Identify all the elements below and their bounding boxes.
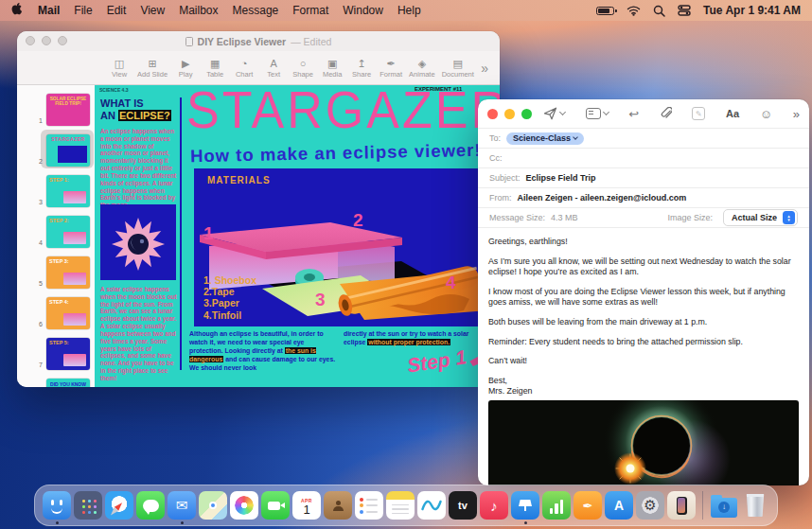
apple-menu[interactable]: [11, 3, 24, 19]
zoom-button[interactable]: [58, 36, 67, 45]
dock-pages-icon[interactable]: ✒: [574, 491, 602, 520]
slide-thumbnail-3[interactable]: 3 STEP 1:: [29, 170, 95, 211]
minimize-button[interactable]: [504, 109, 515, 119]
menu-status-area: Tue Apr 1 9:41 AM: [596, 4, 801, 17]
control-center-icon[interactable]: [678, 5, 691, 16]
dock-trash-icon[interactable]: [741, 491, 769, 520]
header-fields-button[interactable]: [586, 108, 609, 119]
dock-divider: [702, 491, 703, 520]
send-button[interactable]: [543, 107, 565, 120]
media-icon: ▣: [327, 58, 337, 69]
undo-button[interactable]: ↩: [628, 107, 639, 121]
warning-text-column-1: Although an eclipse is beautiful, in ord…: [189, 330, 337, 373]
wifi-icon[interactable]: [627, 5, 641, 16]
warning-text-column-2: directly at the sun or try to watch a so…: [344, 330, 487, 347]
share-button[interactable]: ↥Share: [350, 58, 373, 79]
fonts-button[interactable]: Aa: [726, 108, 739, 119]
dock-launchpad-icon[interactable]: [74, 491, 102, 520]
dock-music-icon[interactable]: ♪: [480, 491, 508, 520]
dock-mail-icon[interactable]: ✉: [168, 491, 196, 520]
spotlight-search-icon[interactable]: [653, 5, 665, 17]
emoji-button[interactable]: ☺: [760, 107, 772, 121]
view-button[interactable]: ◫View: [108, 58, 131, 79]
dock-finder-icon[interactable]: [43, 491, 71, 520]
slide-subtitle: How to make an eclipse viewer!: [190, 140, 482, 167]
menu-file[interactable]: File: [74, 4, 92, 17]
recipient-chevron-icon: [573, 134, 578, 140]
slide-thumbnail-5[interactable]: 5 STEP 3:: [29, 252, 95, 292]
eclipse-photo-attachment[interactable]: [488, 400, 799, 485]
dock-messages-icon[interactable]: [136, 491, 165, 520]
menu-message[interactable]: Message: [233, 4, 279, 17]
menu-mailbox[interactable]: Mailbox: [179, 4, 218, 17]
slide-divider: [180, 97, 182, 370]
menu-clock[interactable]: Tue Apr 1 9:41 AM: [703, 4, 801, 17]
dock-numbers-icon[interactable]: [542, 491, 571, 520]
add-slide-button[interactable]: ⊞Add Slide: [137, 58, 168, 79]
document-button[interactable]: ▤Document: [442, 58, 474, 79]
minimize-button[interactable]: [42, 36, 51, 45]
slide-thumbnail-2-selected[interactable]: 2 STARGAZER: [29, 130, 95, 170]
markup-button[interactable]: ✎: [692, 107, 705, 120]
slide-canvas[interactable]: SCIENCE 4.3 EXPERIMENT #11 WHAT IS AN EC…: [95, 85, 500, 387]
table-button[interactable]: ▦Table: [203, 58, 226, 79]
dock-freeform-icon[interactable]: [417, 491, 446, 520]
dock-safari-icon[interactable]: [105, 491, 133, 520]
mail-header-fields: To: Science-Class Cc: Subject: Eclipse F…: [478, 128, 809, 228]
subject-field[interactable]: Subject: Eclipse Field Trip: [478, 168, 809, 188]
dock-downloads-icon[interactable]: ↓: [710, 491, 738, 520]
menu-mail[interactable]: Mail: [38, 4, 60, 17]
cc-field[interactable]: Cc:: [478, 149, 809, 168]
zoom-button[interactable]: [521, 109, 532, 119]
dock-contacts-icon[interactable]: [324, 491, 352, 520]
dock-iphone-mirroring-icon[interactable]: [667, 491, 696, 520]
keynote-titlebar[interactable]: DIY Eclipse Viewer — Edited: [17, 31, 500, 51]
slide-thumbnail-7[interactable]: 7 STEP 5:: [29, 333, 95, 374]
keynote-window-controls: [26, 36, 67, 45]
slide-thumbnail-4[interactable]: 4 STEP 2:: [29, 211, 95, 252]
menu-window[interactable]: Window: [343, 4, 383, 17]
to-recipient-token[interactable]: Science-Class: [506, 132, 584, 145]
from-field[interactable]: From: Aileen Zeigen - aileen.zeigen@iclo…: [478, 188, 809, 208]
menu-edit[interactable]: Edit: [107, 4, 127, 17]
format-button[interactable]: ✒Format: [380, 58, 402, 79]
material-number-4: 4: [446, 273, 456, 293]
slide-thumbnail-6[interactable]: 6 STEP 4:: [29, 292, 95, 333]
dock-facetime-icon[interactable]: [261, 491, 290, 520]
shape-button[interactable]: ○Shape: [291, 58, 314, 79]
animate-button[interactable]: ◈Animate: [409, 58, 435, 79]
dock-keynote-icon[interactable]: [511, 491, 539, 520]
menu-format[interactable]: Format: [292, 4, 328, 17]
dock-notes-icon[interactable]: [386, 491, 415, 520]
media-button[interactable]: ▣Media: [321, 58, 344, 79]
mail-toolbar[interactable]: ↩ ✎ Aa ☺ »: [478, 99, 809, 128]
menu-view[interactable]: View: [140, 4, 165, 17]
dock-tv-icon[interactable]: tv: [449, 491, 477, 520]
sun-illustration: [100, 204, 176, 280]
slide-thumbnail-8[interactable]: 8 DID YOU KNOW: [29, 374, 95, 387]
image-size-select[interactable]: Actual Size ▴▾: [723, 209, 798, 226]
text-button[interactable]: AText: [262, 58, 285, 79]
attach-button[interactable]: [660, 107, 672, 120]
dock-calendar-icon[interactable]: APR1: [292, 491, 321, 520]
battery-icon[interactable]: [596, 7, 614, 15]
body-paragraph: Reminder: Every student needs to bring t…: [488, 337, 799, 348]
close-button[interactable]: [26, 36, 35, 45]
menu-help[interactable]: Help: [397, 4, 421, 17]
more-toolbar-chevron-icon[interactable]: »: [793, 107, 800, 121]
toolbar-overflow-chevron-icon[interactable]: »: [481, 61, 488, 76]
dock-photos-icon[interactable]: [230, 491, 258, 520]
play-button[interactable]: ▶Play: [174, 58, 197, 79]
to-field[interactable]: To: Science-Class: [478, 129, 809, 149]
chart-button[interactable]: ◔Chart: [233, 58, 256, 79]
slide-thumbnail-1[interactable]: 1 SOLAR ECLIPSE FIELD TRIP!: [29, 89, 95, 130]
dock-app-store-icon[interactable]: A: [605, 491, 633, 520]
dock-maps-icon[interactable]: [199, 491, 227, 520]
dock-system-settings-icon[interactable]: ⚙: [636, 491, 664, 520]
mail-compose-window: ↩ ✎ Aa ☺ » To: Science-Class Cc: Subject…: [478, 99, 809, 485]
close-button[interactable]: [487, 109, 498, 119]
markup-icon: ✎: [692, 107, 705, 120]
message-body-editor[interactable]: Greetings, earthlings! As I’m sure you a…: [478, 228, 809, 397]
material-number-3: 3: [315, 290, 326, 310]
dock-reminders-icon[interactable]: [355, 491, 383, 520]
